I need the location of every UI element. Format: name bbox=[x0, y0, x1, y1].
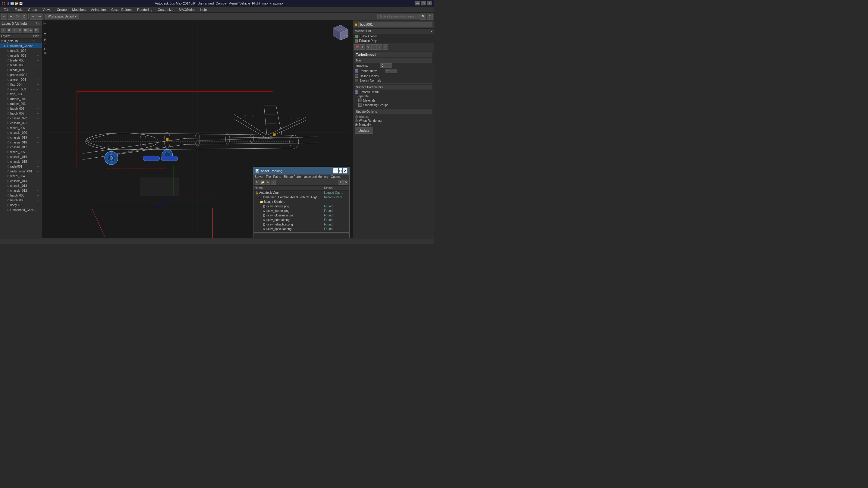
layer-item-ucav_main[interactable]: ⬡Unmanned_Combat_Aerial_Flight··· bbox=[0, 207, 42, 212]
layer-item-more[interactable]: ··· bbox=[36, 88, 41, 91]
layer-item-blade006[interactable]: ⬡blade_006··· bbox=[0, 58, 42, 63]
modifier-item-editable-poly[interactable]: Editable Poly bbox=[353, 38, 434, 43]
layers-tb-star[interactable]: ☆ bbox=[1, 28, 6, 33]
rp-btn-up[interactable]: ↑ bbox=[371, 44, 377, 50]
at-menu-server[interactable]: Server bbox=[255, 175, 264, 178]
layer-item-more[interactable]: ··· bbox=[36, 59, 41, 62]
menu-item-maxscript[interactable]: MAXScript bbox=[177, 7, 197, 12]
toolbar-btn-select[interactable]: ↖ bbox=[1, 13, 7, 20]
at-help-btn[interactable]: ? bbox=[338, 180, 343, 185]
obj-color-swatch[interactable]: ■ bbox=[355, 22, 357, 27]
menu-item-animation[interactable]: Animation bbox=[89, 7, 108, 12]
layer-item-more[interactable]: ··· bbox=[36, 141, 41, 144]
layers-tb-merge[interactable]: ◈ bbox=[28, 28, 33, 33]
layer-item-chassis014[interactable]: ⬡chassis_014··· bbox=[0, 178, 42, 183]
layers-tb-expand[interactable]: ⊞ bbox=[34, 28, 38, 33]
layer-item-more[interactable]: ··· bbox=[36, 44, 41, 47]
radio-manually[interactable]: Manually bbox=[355, 123, 432, 126]
at-folder-btn[interactable]: 📁 bbox=[260, 180, 265, 185]
close-button[interactable]: ✕ bbox=[427, 1, 432, 5]
maximize-button[interactable]: □ bbox=[421, 1, 426, 5]
rp-btn-delete[interactable]: ✕ bbox=[383, 44, 388, 50]
layers-close-btn[interactable]: ✕ bbox=[38, 22, 40, 25]
layer-item-rudder003[interactable]: ⬡rudder_003··· bbox=[0, 101, 42, 106]
smoothing-groups-checkbox[interactable] bbox=[358, 103, 362, 107]
layer-item-blade004[interactable]: ⬡blade_004··· bbox=[0, 67, 42, 72]
layers-help-btn[interactable]: ? bbox=[35, 22, 37, 25]
smooth-result-checkbox[interactable] bbox=[355, 90, 358, 94]
at-maximize-btn[interactable]: □ bbox=[339, 168, 342, 174]
layer-item-flap003[interactable]: ⬡flap_003··· bbox=[0, 92, 42, 96]
modifier-dropdown-btn[interactable]: ▾ bbox=[431, 30, 432, 33]
toolbar-btn-redo[interactable]: ↪ bbox=[36, 13, 42, 20]
at-item-ucav_specular[interactable]: 🖼ucav_specular.pngFound bbox=[253, 227, 349, 231]
layer-item-more[interactable]: ··· bbox=[36, 199, 41, 202]
layer-item-more[interactable]: ··· bbox=[36, 179, 41, 182]
layer-item-chassis020[interactable]: ⬡chassis_020··· bbox=[0, 130, 42, 135]
layer-item-more[interactable]: ··· bbox=[36, 126, 41, 129]
layer-item-wheel005[interactable]: ⬡wheel_005··· bbox=[0, 150, 42, 154]
layer-item-aileron004[interactable]: ⬡aileron_004··· bbox=[0, 77, 42, 82]
at-scrollbar[interactable] bbox=[253, 231, 349, 234]
at-menu-options[interactable]: Options bbox=[331, 175, 341, 178]
rp-btn-settings[interactable]: ⚙ bbox=[366, 44, 371, 50]
radio-always[interactable]: Always bbox=[355, 115, 432, 118]
nav-cube[interactable]: TOP LEFT FRONT bbox=[332, 24, 350, 41]
layer-item-propeller001[interactable]: ⬡propeller001··· bbox=[0, 72, 42, 77]
search-input[interactable] bbox=[377, 14, 420, 19]
object-name-input[interactable] bbox=[358, 22, 432, 27]
layer-item-more[interactable]: ··· bbox=[36, 175, 41, 178]
menu-item-create[interactable]: Create bbox=[54, 7, 69, 12]
layers-tb-delete[interactable]: ✕ bbox=[7, 28, 11, 33]
menu-item-group[interactable]: Group bbox=[26, 7, 40, 12]
layer-item-more[interactable]: ··· bbox=[36, 194, 41, 197]
menu-item-edit[interactable]: Edit bbox=[1, 7, 12, 12]
at-item-ucav_glossiness[interactable]: 🖼ucav_glossiness.pngFound bbox=[253, 213, 349, 218]
layer-item-more[interactable]: ··· bbox=[36, 121, 41, 124]
at-close-btn[interactable]: ✕ bbox=[343, 168, 347, 174]
layer-item-more[interactable]: ··· bbox=[36, 49, 41, 52]
layer-item-more[interactable]: ··· bbox=[36, 160, 41, 163]
layer-item-more[interactable]: ··· bbox=[36, 107, 41, 110]
layer-item-more[interactable]: ··· bbox=[36, 150, 41, 153]
layer-item-missile003[interactable]: ⬡missile_003··· bbox=[0, 53, 42, 58]
layer-item-chassis017[interactable]: ⬡chassis_017··· bbox=[0, 145, 42, 150]
menu-item-tools[interactable]: Tools bbox=[12, 7, 25, 12]
layer-item-more[interactable]: ··· bbox=[36, 204, 41, 207]
modifier-item-turbosmooth[interactable]: TurboSmooth bbox=[353, 34, 434, 38]
at-menu-paths[interactable]: Paths bbox=[273, 175, 281, 178]
layer-item-more[interactable]: ··· bbox=[36, 131, 41, 134]
layer-item-more[interactable]: ··· bbox=[36, 54, 41, 57]
at-item-autodesk_vault[interactable]: 🔒Autodesk VaultLogged Out ... bbox=[253, 190, 349, 195]
radio-when-rendering[interactable]: When Rendering bbox=[355, 119, 432, 122]
modifier-checkbox[interactable] bbox=[355, 35, 358, 38]
update-button[interactable]: Update bbox=[355, 127, 373, 133]
rp-btn-down[interactable]: ↓ bbox=[377, 44, 382, 50]
materials-checkbox[interactable] bbox=[358, 98, 362, 102]
layer-item-more[interactable]: ··· bbox=[36, 189, 41, 192]
layer-item-more[interactable]: ··· bbox=[36, 112, 41, 115]
layer-item-ucav[interactable]: ▶Unmanned_Combat_Aerial_Vehicle_Flight··… bbox=[0, 43, 42, 48]
layer-item-chassis019[interactable]: ⬡chassis_019··· bbox=[0, 135, 42, 140]
toolbar-btn-move[interactable]: ✛ bbox=[8, 13, 14, 20]
layer-item-hatch007[interactable]: ⬡hatch_007··· bbox=[0, 111, 42, 116]
at-menu-file[interactable]: File bbox=[266, 175, 271, 178]
at-item-ucav_normal[interactable]: 🖼ucav_normal.pngFound bbox=[253, 218, 349, 222]
rp-btn-stack[interactable]: ≡ bbox=[360, 44, 365, 50]
layer-item-more[interactable]: ··· bbox=[36, 73, 41, 76]
layer-item-chassis022[interactable]: ⬡chassis_022··· bbox=[0, 116, 42, 121]
search-btn[interactable]: 🔍 bbox=[420, 13, 426, 20]
layer-item-more[interactable]: ··· bbox=[36, 93, 41, 96]
layer-item-chassis015[interactable]: ⬡chassis_015··· bbox=[0, 159, 42, 164]
menu-item-help[interactable]: Help bbox=[198, 7, 210, 12]
layer-item-more[interactable]: ··· bbox=[36, 64, 41, 67]
at-list-btn[interactable]: ≡ bbox=[271, 180, 276, 185]
rp-btn-pin[interactable]: 📌 bbox=[354, 44, 360, 50]
at-merge-btn[interactable]: ⊕ bbox=[266, 180, 270, 185]
layer-item-more[interactable]: ··· bbox=[36, 136, 41, 139]
menu-item-graph-editors[interactable]: Graph Editors bbox=[109, 7, 134, 12]
menu-item-customize[interactable]: Customize bbox=[156, 7, 176, 12]
layers-tb-add[interactable]: + bbox=[12, 28, 17, 33]
layer-item-more[interactable]: ··· bbox=[36, 102, 41, 105]
at-item-ucav_diffuse[interactable]: 🖼ucav_diffuse.pngFound bbox=[253, 204, 349, 209]
